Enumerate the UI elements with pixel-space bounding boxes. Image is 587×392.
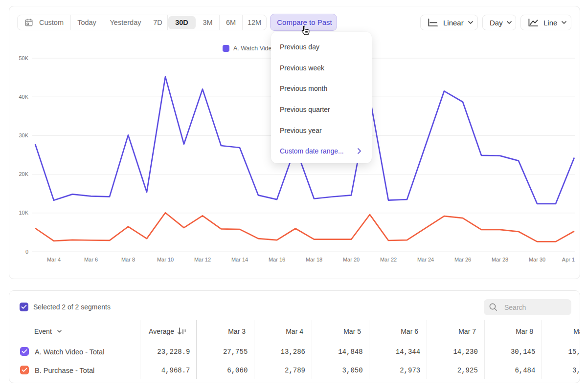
svg-text:Mar 14: Mar 14 [231, 257, 248, 262]
svg-text:40K: 40K [19, 94, 28, 100]
svg-text:0: 0 [25, 249, 28, 255]
svg-text:Mar 10: Mar 10 [157, 257, 174, 262]
svg-text:10K: 10K [19, 210, 28, 216]
svg-text:Mar 12: Mar 12 [194, 257, 211, 262]
svg-text:Mar 20: Mar 20 [343, 257, 360, 262]
svg-text:50K: 50K [19, 55, 28, 61]
svg-text:30K: 30K [19, 132, 28, 138]
svg-text:Mar 8: Mar 8 [121, 257, 135, 262]
svg-text:Mar 24: Mar 24 [417, 257, 434, 262]
svg-text:Mar 18: Mar 18 [306, 257, 322, 262]
svg-text:Mar 16: Mar 16 [269, 257, 285, 262]
svg-text:Mar 6: Mar 6 [84, 257, 98, 262]
svg-text:20K: 20K [19, 171, 28, 177]
svg-text:Apr 1: Apr 1 [562, 257, 575, 262]
svg-text:Mar 4: Mar 4 [47, 257, 61, 262]
svg-text:Mar 26: Mar 26 [454, 257, 471, 262]
svg-text:Mar 28: Mar 28 [492, 257, 508, 262]
svg-text:Mar 30: Mar 30 [529, 257, 545, 262]
svg-text:Mar 22: Mar 22 [380, 257, 397, 262]
